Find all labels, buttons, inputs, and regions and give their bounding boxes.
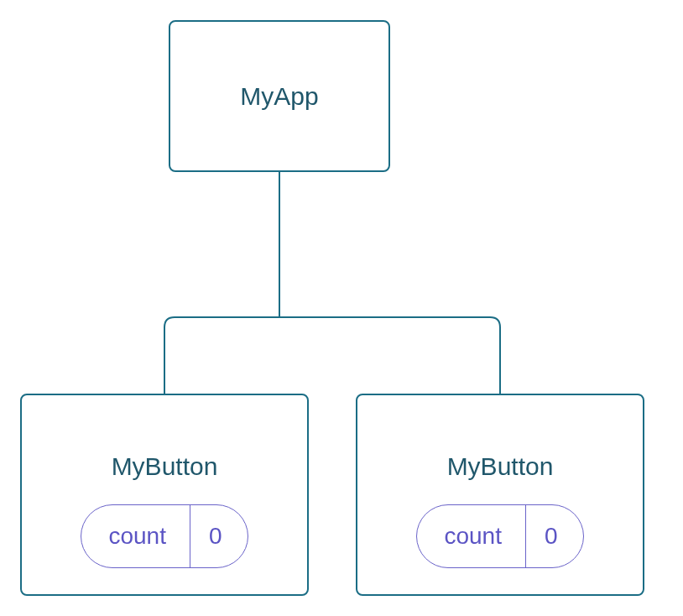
child-node-left: MyButton count 0 (20, 394, 309, 596)
child-node-title: MyButton (447, 452, 554, 481)
state-label: count (417, 505, 526, 567)
state-pill: count 0 (81, 504, 248, 568)
child-node-title: MyButton (112, 452, 218, 481)
state-value: 0 (190, 505, 248, 567)
state-value: 0 (526, 505, 583, 567)
root-node: MyApp (169, 20, 390, 172)
state-label: count (81, 505, 190, 567)
child-node-right: MyButton count 0 (356, 394, 644, 596)
state-pill: count 0 (416, 504, 583, 568)
root-node-title: MyApp (240, 82, 318, 111)
